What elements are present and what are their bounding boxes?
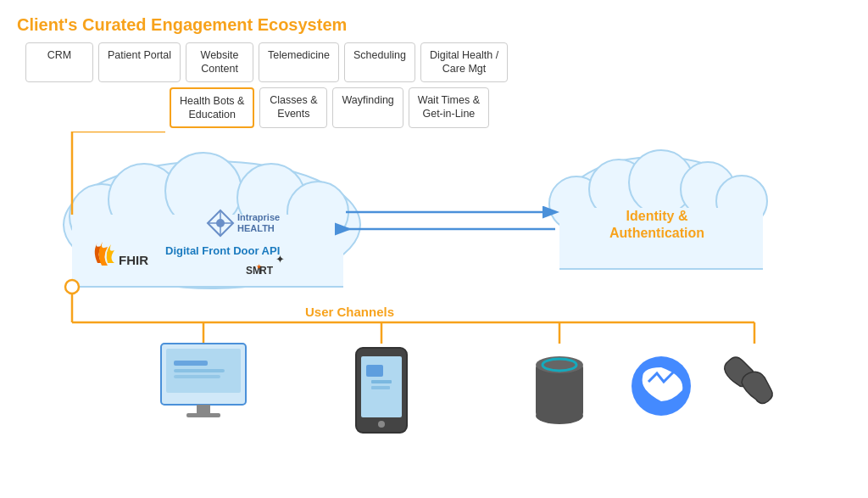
svg-text:Digital Front Door API: Digital Front Door API: [165, 244, 280, 257]
svg-text:Authentication: Authentication: [609, 226, 704, 240]
svg-point-54: [378, 421, 385, 428]
svg-rect-52: [371, 380, 392, 383]
svg-rect-53: [371, 386, 390, 389]
svg-text:Intraprise: Intraprise: [237, 212, 280, 222]
box-row-2: Health Bots &Education Classes &Events W…: [170, 87, 851, 129]
box-row-1: CRM Patient Portal WebsiteContent Teleme…: [25, 42, 851, 82]
svg-text:RT: RT: [259, 265, 274, 277]
diagram-svg: Identity & Authentication Intraprise HEA…: [17, 131, 851, 462]
svg-rect-51: [366, 365, 383, 377]
svg-rect-48: [186, 413, 220, 417]
box-health-bots: Health Bots &Education: [170, 87, 254, 129]
box-scheduling: Scheduling: [344, 42, 415, 82]
page-title: Client's Curated Engagement Ecosystem: [17, 15, 851, 35]
svg-rect-44: [174, 361, 208, 366]
svg-text:✦: ✦: [275, 253, 285, 266]
svg-text:Identity &: Identity &: [626, 209, 688, 223]
box-crm: CRM: [25, 42, 93, 82]
svg-rect-46: [174, 375, 220, 378]
box-digital-health: Digital Health /Care Mgt: [420, 42, 508, 82]
box-classes-events: Classes &Events: [259, 87, 327, 129]
box-wait-times: Wait Times &Get-in-Line: [409, 87, 489, 129]
box-telemedicine: Telemedicine: [259, 42, 339, 82]
svg-rect-45: [174, 369, 225, 372]
svg-text:HEALTH: HEALTH: [237, 223, 275, 233]
box-wayfinding: Wayfinding: [332, 87, 403, 129]
svg-text:User Channels: User Channels: [305, 305, 394, 319]
box-website-content: WebsiteContent: [186, 42, 253, 82]
box-patient-portal: Patient Portal: [98, 42, 181, 82]
svg-point-22: [65, 280, 79, 294]
svg-text:FHIR: FHIR: [119, 253, 148, 267]
diagram-container: Client's Curated Engagement Ecosystem CR…: [0, 0, 868, 498]
